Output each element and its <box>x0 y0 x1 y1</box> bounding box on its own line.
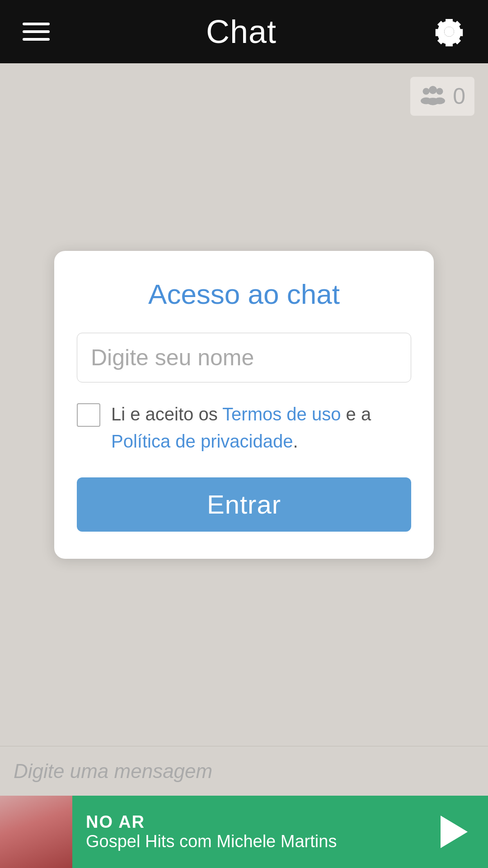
settings-icon[interactable] <box>433 15 465 48</box>
page-title: Chat <box>206 13 277 50</box>
message-bar: Digite uma mensagem <box>0 746 488 796</box>
play-icon <box>441 816 468 848</box>
now-playing-label: NO AR <box>86 812 416 832</box>
now-playing-subtitle: Gospel Hits com Michele Martins <box>86 832 416 851</box>
chat-area: 0 Acesso ao chat Li e aceito os Termos d… <box>0 63 488 746</box>
message-input-placeholder: Digite uma mensagem <box>14 760 212 783</box>
terms-row: Li e aceito os Termos de uso e a Polític… <box>77 401 411 455</box>
enter-button[interactable]: Entrar <box>77 477 411 532</box>
play-button[interactable] <box>429 809 474 854</box>
now-playing-thumbnail <box>0 796 72 868</box>
terms-of-use-link[interactable]: Termos de uso <box>222 404 341 424</box>
name-input[interactable] <box>77 333 411 382</box>
modal-overlay: Acesso ao chat Li e aceito os Termos de … <box>0 63 488 746</box>
now-playing-bar: NO AR Gospel Hits com Michele Martins <box>0 796 488 868</box>
thumbnail-image <box>0 796 72 868</box>
header: Chat <box>0 0 488 63</box>
now-playing-info: NO AR Gospel Hits com Michele Martins <box>72 812 429 851</box>
login-modal: Acesso ao chat Li e aceito os Termos de … <box>54 251 434 559</box>
privacy-policy-link[interactable]: Política de privacidade <box>111 431 293 451</box>
terms-text: Li e aceito os Termos de uso e a Polític… <box>111 401 411 455</box>
terms-checkbox[interactable] <box>77 403 100 427</box>
modal-title: Acesso ao chat <box>77 278 411 310</box>
menu-button[interactable] <box>23 23 50 41</box>
